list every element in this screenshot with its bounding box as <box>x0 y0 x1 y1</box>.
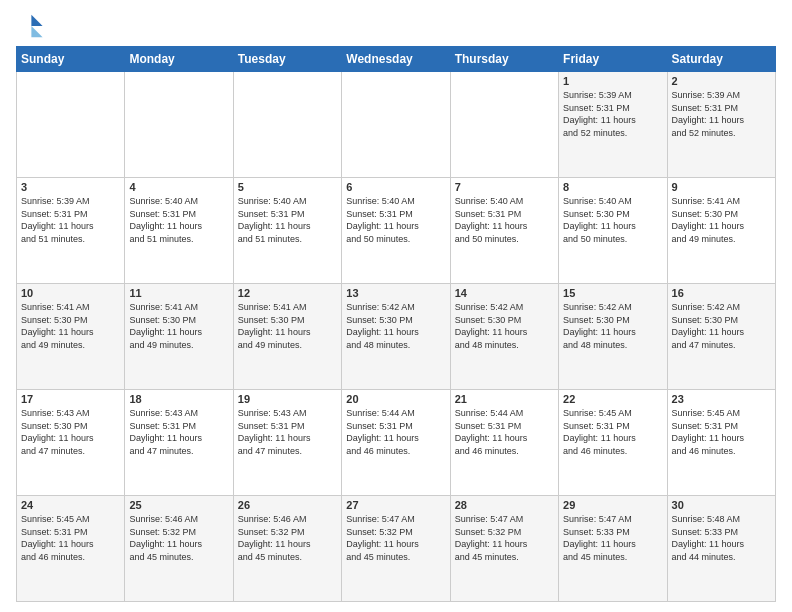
calendar-cell: 18Sunrise: 5:43 AM Sunset: 5:31 PM Dayli… <box>125 390 233 496</box>
calendar-cell: 17Sunrise: 5:43 AM Sunset: 5:30 PM Dayli… <box>17 390 125 496</box>
calendar-cell: 13Sunrise: 5:42 AM Sunset: 5:30 PM Dayli… <box>342 284 450 390</box>
svg-marker-0 <box>31 15 42 26</box>
day-header-saturday: Saturday <box>667 47 775 72</box>
calendar-cell: 27Sunrise: 5:47 AM Sunset: 5:32 PM Dayli… <box>342 496 450 602</box>
cell-info: Sunrise: 5:40 AM Sunset: 5:31 PM Dayligh… <box>455 195 554 245</box>
cell-info: Sunrise: 5:44 AM Sunset: 5:31 PM Dayligh… <box>346 407 445 457</box>
day-number: 27 <box>346 499 445 511</box>
calendar-cell: 22Sunrise: 5:45 AM Sunset: 5:31 PM Dayli… <box>559 390 667 496</box>
calendar-cell <box>342 72 450 178</box>
calendar-cell: 30Sunrise: 5:48 AM Sunset: 5:33 PM Dayli… <box>667 496 775 602</box>
calendar-cell: 11Sunrise: 5:41 AM Sunset: 5:30 PM Dayli… <box>125 284 233 390</box>
day-number: 21 <box>455 393 554 405</box>
day-number: 24 <box>21 499 120 511</box>
calendar-cell: 10Sunrise: 5:41 AM Sunset: 5:30 PM Dayli… <box>17 284 125 390</box>
day-number: 4 <box>129 181 228 193</box>
day-number: 1 <box>563 75 662 87</box>
calendar-cell <box>233 72 341 178</box>
calendar-cell: 19Sunrise: 5:43 AM Sunset: 5:31 PM Dayli… <box>233 390 341 496</box>
cell-info: Sunrise: 5:42 AM Sunset: 5:30 PM Dayligh… <box>455 301 554 351</box>
calendar-table: SundayMondayTuesdayWednesdayThursdayFrid… <box>16 46 776 602</box>
calendar-cell <box>17 72 125 178</box>
cell-info: Sunrise: 5:45 AM Sunset: 5:31 PM Dayligh… <box>672 407 771 457</box>
calendar-cell: 9Sunrise: 5:41 AM Sunset: 5:30 PM Daylig… <box>667 178 775 284</box>
cell-info: Sunrise: 5:43 AM Sunset: 5:30 PM Dayligh… <box>21 407 120 457</box>
cell-info: Sunrise: 5:48 AM Sunset: 5:33 PM Dayligh… <box>672 513 771 563</box>
day-number: 28 <box>455 499 554 511</box>
cell-info: Sunrise: 5:41 AM Sunset: 5:30 PM Dayligh… <box>238 301 337 351</box>
cell-info: Sunrise: 5:41 AM Sunset: 5:30 PM Dayligh… <box>129 301 228 351</box>
cell-info: Sunrise: 5:40 AM Sunset: 5:31 PM Dayligh… <box>238 195 337 245</box>
day-header-sunday: Sunday <box>17 47 125 72</box>
day-header-friday: Friday <box>559 47 667 72</box>
cell-info: Sunrise: 5:43 AM Sunset: 5:31 PM Dayligh… <box>238 407 337 457</box>
day-number: 26 <box>238 499 337 511</box>
calendar-cell: 23Sunrise: 5:45 AM Sunset: 5:31 PM Dayli… <box>667 390 775 496</box>
day-number: 7 <box>455 181 554 193</box>
calendar-week-row: 10Sunrise: 5:41 AM Sunset: 5:30 PM Dayli… <box>17 284 776 390</box>
day-number: 20 <box>346 393 445 405</box>
cell-info: Sunrise: 5:42 AM Sunset: 5:30 PM Dayligh… <box>672 301 771 351</box>
page: SundayMondayTuesdayWednesdayThursdayFrid… <box>0 0 792 612</box>
calendar-week-row: 1Sunrise: 5:39 AM Sunset: 5:31 PM Daylig… <box>17 72 776 178</box>
calendar-cell: 26Sunrise: 5:46 AM Sunset: 5:32 PM Dayli… <box>233 496 341 602</box>
day-number: 17 <box>21 393 120 405</box>
day-number: 13 <box>346 287 445 299</box>
day-number: 15 <box>563 287 662 299</box>
calendar-cell: 7Sunrise: 5:40 AM Sunset: 5:31 PM Daylig… <box>450 178 558 284</box>
calendar-cell: 6Sunrise: 5:40 AM Sunset: 5:31 PM Daylig… <box>342 178 450 284</box>
day-header-wednesday: Wednesday <box>342 47 450 72</box>
calendar-week-row: 3Sunrise: 5:39 AM Sunset: 5:31 PM Daylig… <box>17 178 776 284</box>
calendar-cell <box>125 72 233 178</box>
day-header-monday: Monday <box>125 47 233 72</box>
calendar-cell: 20Sunrise: 5:44 AM Sunset: 5:31 PM Dayli… <box>342 390 450 496</box>
calendar-cell: 4Sunrise: 5:40 AM Sunset: 5:31 PM Daylig… <box>125 178 233 284</box>
day-number: 25 <box>129 499 228 511</box>
logo-icon <box>16 12 44 40</box>
calendar-cell: 25Sunrise: 5:46 AM Sunset: 5:32 PM Dayli… <box>125 496 233 602</box>
header-area <box>16 12 776 40</box>
day-header-tuesday: Tuesday <box>233 47 341 72</box>
calendar-cell: 15Sunrise: 5:42 AM Sunset: 5:30 PM Dayli… <box>559 284 667 390</box>
cell-info: Sunrise: 5:45 AM Sunset: 5:31 PM Dayligh… <box>21 513 120 563</box>
cell-info: Sunrise: 5:47 AM Sunset: 5:33 PM Dayligh… <box>563 513 662 563</box>
day-number: 12 <box>238 287 337 299</box>
calendar-cell: 24Sunrise: 5:45 AM Sunset: 5:31 PM Dayli… <box>17 496 125 602</box>
cell-info: Sunrise: 5:39 AM Sunset: 5:31 PM Dayligh… <box>672 89 771 139</box>
calendar-cell: 2Sunrise: 5:39 AM Sunset: 5:31 PM Daylig… <box>667 72 775 178</box>
day-number: 2 <box>672 75 771 87</box>
cell-info: Sunrise: 5:47 AM Sunset: 5:32 PM Dayligh… <box>455 513 554 563</box>
calendar-cell: 28Sunrise: 5:47 AM Sunset: 5:32 PM Dayli… <box>450 496 558 602</box>
cell-info: Sunrise: 5:39 AM Sunset: 5:31 PM Dayligh… <box>21 195 120 245</box>
day-number: 19 <box>238 393 337 405</box>
calendar-cell <box>450 72 558 178</box>
cell-info: Sunrise: 5:39 AM Sunset: 5:31 PM Dayligh… <box>563 89 662 139</box>
cell-info: Sunrise: 5:40 AM Sunset: 5:30 PM Dayligh… <box>563 195 662 245</box>
day-number: 16 <box>672 287 771 299</box>
day-number: 14 <box>455 287 554 299</box>
cell-info: Sunrise: 5:47 AM Sunset: 5:32 PM Dayligh… <box>346 513 445 563</box>
day-number: 23 <box>672 393 771 405</box>
day-number: 18 <box>129 393 228 405</box>
calendar-cell: 21Sunrise: 5:44 AM Sunset: 5:31 PM Dayli… <box>450 390 558 496</box>
cell-info: Sunrise: 5:41 AM Sunset: 5:30 PM Dayligh… <box>672 195 771 245</box>
calendar-cell: 1Sunrise: 5:39 AM Sunset: 5:31 PM Daylig… <box>559 72 667 178</box>
cell-info: Sunrise: 5:42 AM Sunset: 5:30 PM Dayligh… <box>346 301 445 351</box>
cell-info: Sunrise: 5:40 AM Sunset: 5:31 PM Dayligh… <box>129 195 228 245</box>
calendar-cell: 8Sunrise: 5:40 AM Sunset: 5:30 PM Daylig… <box>559 178 667 284</box>
cell-info: Sunrise: 5:45 AM Sunset: 5:31 PM Dayligh… <box>563 407 662 457</box>
calendar-week-row: 17Sunrise: 5:43 AM Sunset: 5:30 PM Dayli… <box>17 390 776 496</box>
cell-info: Sunrise: 5:42 AM Sunset: 5:30 PM Dayligh… <box>563 301 662 351</box>
day-number: 9 <box>672 181 771 193</box>
calendar-cell: 29Sunrise: 5:47 AM Sunset: 5:33 PM Dayli… <box>559 496 667 602</box>
calendar-week-row: 24Sunrise: 5:45 AM Sunset: 5:31 PM Dayli… <box>17 496 776 602</box>
day-number: 10 <box>21 287 120 299</box>
calendar-header-row: SundayMondayTuesdayWednesdayThursdayFrid… <box>17 47 776 72</box>
calendar-cell: 16Sunrise: 5:42 AM Sunset: 5:30 PM Dayli… <box>667 284 775 390</box>
cell-info: Sunrise: 5:44 AM Sunset: 5:31 PM Dayligh… <box>455 407 554 457</box>
day-number: 6 <box>346 181 445 193</box>
day-number: 30 <box>672 499 771 511</box>
cell-info: Sunrise: 5:46 AM Sunset: 5:32 PM Dayligh… <box>129 513 228 563</box>
svg-marker-1 <box>31 26 42 37</box>
cell-info: Sunrise: 5:46 AM Sunset: 5:32 PM Dayligh… <box>238 513 337 563</box>
